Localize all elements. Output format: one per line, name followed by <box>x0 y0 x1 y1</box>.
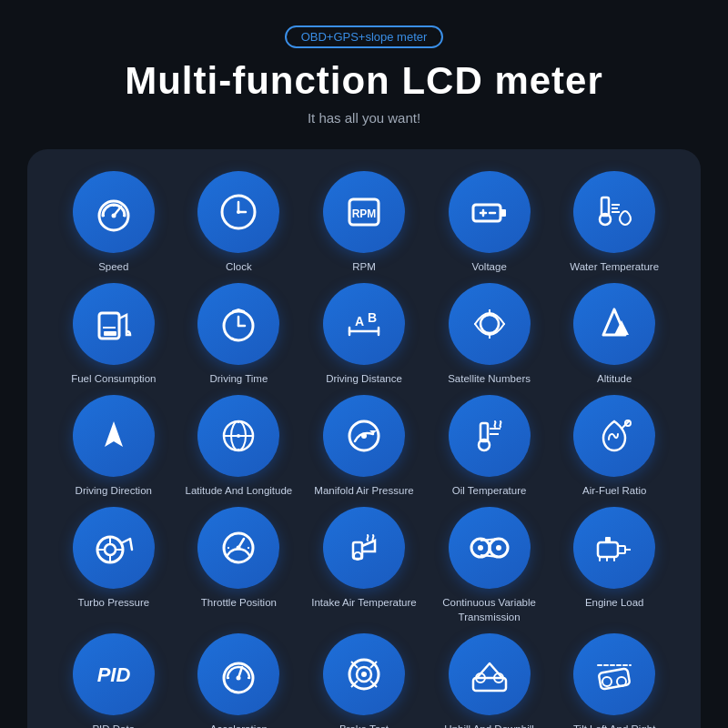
svg-rect-73 <box>605 537 611 542</box>
driving-direction-icon <box>73 395 155 477</box>
svg-marker-39 <box>105 421 123 447</box>
feature-item-throttle: Throttle Position <box>180 507 298 624</box>
feature-item-altitude: Altitude <box>555 283 673 386</box>
feature-item-tilt: Tilt Left And Right <box>555 633 673 728</box>
feature-item-speed: Speed <box>55 171 173 274</box>
clock-label: Clock <box>226 259 252 274</box>
uphill-icon <box>449 633 531 715</box>
driving-direction-label: Driving Direction <box>76 483 152 498</box>
svg-marker-38 <box>614 320 629 335</box>
svg-point-77 <box>237 676 241 681</box>
feature-item-satellite: Satellite Numbers <box>430 283 549 386</box>
intake-air-icon <box>323 507 405 589</box>
svg-point-68 <box>478 545 483 551</box>
feature-item-rpm: RPMRPM <box>305 171 423 274</box>
driving-time-icon <box>197 283 279 365</box>
driving-distance-label: Driving Distance <box>326 371 402 386</box>
svg-point-34 <box>480 315 499 333</box>
feature-item-air-fuel: Air-Fuel Ratio <box>555 395 673 498</box>
feature-item-latitude: Latitude And Longitude <box>180 395 298 498</box>
uphill-label: Uphill And Downhill <box>444 722 533 728</box>
feature-item-brake: Brake Test <box>305 633 423 728</box>
altitude-label: Altitude <box>597 371 632 386</box>
acceleration-label: Acceleration <box>210 722 268 728</box>
feature-item-voltage: Voltage <box>430 171 549 274</box>
manifold-air-icon <box>323 395 405 477</box>
water-temp-icon <box>573 171 655 253</box>
pid-label: PID Data <box>92 722 135 728</box>
voltage-label: Voltage <box>471 259 506 274</box>
satellite-label: Satellite Numbers <box>448 371 531 386</box>
throttle-label: Throttle Position <box>201 595 277 610</box>
svg-point-69 <box>496 545 501 551</box>
feature-item-water-temp: Water Temperature <box>555 171 673 274</box>
rpm-icon: RPM <box>323 171 405 253</box>
feature-item-oil-temp: Oil Temperature <box>430 395 549 498</box>
brake-icon <box>323 633 405 715</box>
feature-item-intake-air: Intake Air Temperature <box>305 507 423 624</box>
speed-icon <box>73 171 155 253</box>
feature-item-acceleration: Acceleration <box>180 633 298 728</box>
main-title: Multi-function LCD meter <box>125 59 603 103</box>
svg-point-82 <box>361 672 367 677</box>
altitude-icon <box>573 283 655 365</box>
fuel-icon <box>73 283 155 365</box>
feature-item-cvt: Continuous Variable Transmission <box>430 507 549 624</box>
voltage-icon <box>449 171 531 253</box>
svg-point-56 <box>105 544 116 555</box>
svg-point-91 <box>602 677 612 686</box>
svg-rect-24 <box>104 331 116 336</box>
turbo-icon <box>73 507 155 589</box>
svg-point-43 <box>237 434 240 438</box>
engine-load-label: Engine Load <box>585 595 644 610</box>
svg-rect-13 <box>500 209 506 217</box>
tilt-label: Tilt Left And Right <box>573 722 655 728</box>
fuel-label: Fuel Consumption <box>71 371 156 386</box>
rpm-label: RPM <box>352 259 376 274</box>
svg-point-48 <box>361 433 367 439</box>
svg-point-59 <box>237 546 241 551</box>
brake-label: Brake Test <box>339 722 389 728</box>
feature-item-driving-distance: ABDriving Distance <box>305 283 423 386</box>
speed-label: Speed <box>98 259 128 274</box>
acceleration-icon <box>197 633 279 715</box>
feature-item-pid: PIDPID Data <box>55 633 173 728</box>
subtitle: It has all you want! <box>308 110 420 126</box>
svg-text:PID: PID <box>96 663 130 686</box>
feature-item-manifold-air: Manifold Air Pressure <box>305 395 423 498</box>
feature-item-driving-time: Driving Time <box>180 283 298 386</box>
tilt-icon <box>573 633 655 715</box>
oil-temp-label: Oil Temperature <box>452 483 527 498</box>
clock-icon <box>197 171 279 253</box>
svg-point-9 <box>237 210 240 214</box>
pid-icon: PID <box>73 633 155 715</box>
svg-rect-70 <box>598 542 618 557</box>
cvt-icon <box>449 507 531 589</box>
svg-text:RPM: RPM <box>352 207 377 220</box>
svg-point-2 <box>111 214 116 218</box>
feature-item-engine-load: Engine Load <box>555 507 673 624</box>
air-fuel-label: Air-Fuel Ratio <box>582 483 646 498</box>
header: OBD+GPS+slope meter Multi-function LCD m… <box>125 0 603 140</box>
latitude-label: Latitude And Longitude <box>186 483 293 498</box>
feature-item-driving-direction: Driving Direction <box>55 395 173 498</box>
latitude-icon <box>197 395 279 477</box>
svg-text:A: A <box>355 314 364 329</box>
driving-distance-icon: AB <box>323 283 405 365</box>
feature-item-turbo: Turbo Pressure <box>55 507 173 624</box>
turbo-label: Turbo Pressure <box>77 595 149 610</box>
svg-rect-87 <box>473 678 506 691</box>
oil-temp-icon <box>449 395 531 477</box>
air-fuel-icon <box>573 395 655 477</box>
water-temp-label: Water Temperature <box>570 259 659 274</box>
feature-card: SpeedClockRPMRPMVoltageWater Temperature… <box>27 149 701 728</box>
feature-grid: SpeedClockRPMRPMVoltageWater Temperature… <box>55 171 673 728</box>
intake-air-label: Intake Air Temperature <box>311 595 417 610</box>
satellite-icon <box>449 283 531 365</box>
cvt-label: Continuous Variable Transmission <box>430 595 549 624</box>
feature-item-uphill: Uphill And Downhill <box>430 633 549 728</box>
engine-load-icon <box>573 507 655 589</box>
feature-item-clock: Clock <box>180 171 298 274</box>
svg-text:B: B <box>368 310 377 325</box>
feature-item-fuel: Fuel Consumption <box>55 283 173 386</box>
